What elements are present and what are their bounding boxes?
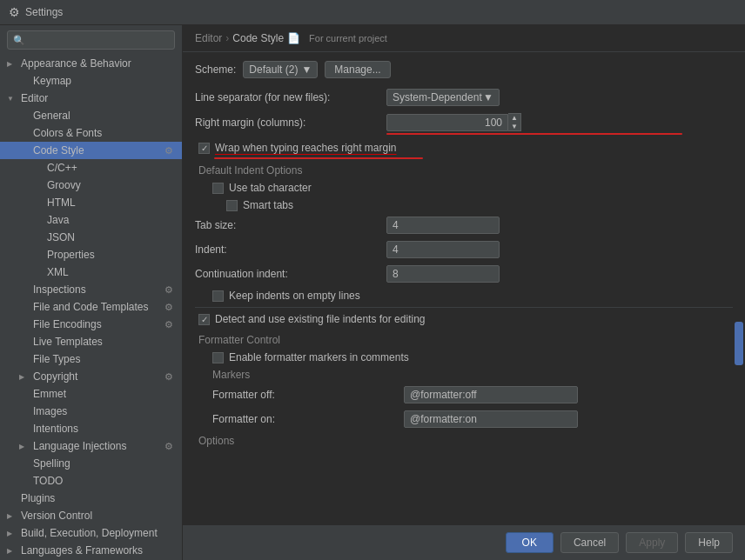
sidebar-item-live-templates[interactable]: Live Templates [0, 333, 182, 350]
sidebar-item-languages-frameworks[interactable]: ▶Languages & Frameworks [0, 542, 182, 559]
content-panel: Editor › Code Style 📄 For current projec… [183, 25, 745, 560]
right-margin-spinner[interactable]: ▲ ▼ [386, 113, 521, 131]
sidebar-item-label-todo: TODO [33, 475, 63, 487]
sidebar-item-label-general: General [33, 110, 70, 122]
sidebar-item-language-injections[interactable]: ▶Language Injections⚙ [0, 437, 182, 455]
search-input[interactable] [29, 34, 169, 46]
sidebar-item-images[interactable]: Images [0, 403, 182, 420]
sidebar-item-java[interactable]: Java [0, 211, 182, 229]
sidebar-item-xml[interactable]: XML [0, 263, 182, 281]
sidebar-item-label-intentions: Intentions [33, 423, 78, 435]
enable-formatter-row[interactable]: Enable formatter markers in comments [195, 351, 733, 363]
sidebar-item-todo[interactable]: TODO [0, 472, 182, 490]
formatter-off-label: Formatter off: [212, 389, 404, 401]
sidebar-item-file-encodings[interactable]: File Encodings⚙ [0, 316, 182, 333]
sidebar-item-keymap[interactable]: Keymap [0, 72, 182, 90]
formatter-control-title: Formatter Control [198, 334, 733, 346]
red-underline-annotation [386, 133, 682, 135]
line-separator-row: Line separator (for new files): System-D… [195, 89, 733, 106]
sidebar-item-label-images: Images [33, 405, 67, 417]
continuation-indent-input[interactable] [386, 265, 500, 283]
manage-button[interactable]: Manage... [325, 61, 390, 78]
wrap-red-underline [214, 157, 423, 159]
right-margin-input[interactable] [386, 114, 508, 131]
wrap-checkbox[interactable] [198, 143, 210, 154]
tree-arrow-build-exec-deploy: ▶ [7, 530, 17, 537]
continuation-indent-label: Continuation indent: [195, 268, 386, 280]
sidebar-item-c-cpp[interactable]: C/C++ [0, 159, 182, 177]
sidebar-item-groovy[interactable]: Groovy [0, 177, 182, 194]
apply-button[interactable]: Apply [626, 532, 678, 553]
smart-tabs-label: Smart tabs [243, 199, 293, 211]
sidebar-item-editor[interactable]: ▼Editor [0, 90, 182, 107]
sidebar-item-label-spelling: Spelling [33, 457, 70, 470]
breadcrumb-sep: › [225, 32, 229, 44]
detect-indents-row[interactable]: Detect and use existing file indents for… [195, 313, 733, 325]
sidebar-item-general[interactable]: General [0, 107, 182, 124]
line-sep-arrow: ▼ [483, 91, 493, 103]
sidebar-item-file-code-templates[interactable]: File and Code Templates⚙ [0, 298, 182, 316]
sidebar-item-intentions[interactable]: Intentions [0, 420, 182, 437]
breadcrumb: Editor › Code Style 📄 For current projec… [183, 25, 745, 52]
sidebar-item-label-languages-frameworks: Languages & Frameworks [21, 544, 143, 557]
sidebar-item-colors-fonts[interactable]: Colors & Fonts [0, 124, 182, 142]
sidebar-item-file-types[interactable]: File Types [0, 350, 182, 368]
sidebar-item-label-editor: Editor [21, 92, 48, 104]
wrap-checkbox-row[interactable]: Wrap when typing reaches right margin [195, 142, 733, 154]
sidebar-tree: ▶Appearance & BehaviorKeymap▼EditorGener… [0, 55, 182, 559]
sidebar-item-label-properties: Properties [47, 249, 95, 261]
spinner-buttons: ▲ ▼ [508, 113, 521, 131]
keep-indents-checkbox[interactable] [212, 290, 224, 302]
formatter-on-label: Formatter on: [212, 413, 404, 425]
detect-indents-label: Detect and use existing file indents for… [215, 313, 425, 325]
sidebar-item-code-style[interactable]: Code Style⚙ [0, 142, 182, 159]
scroll-indicator[interactable] [735, 322, 743, 365]
use-tab-row[interactable]: Use tab character [195, 182, 733, 194]
sidebar-item-copyright[interactable]: ▶Copyright⚙ [0, 368, 182, 385]
smart-tabs-checkbox[interactable] [226, 200, 238, 211]
sidebar-item-label-build-exec-deploy: Build, Execution, Deployment [21, 527, 158, 539]
tab-size-input[interactable] [386, 217, 500, 234]
sidebar-item-label-copyright: Copyright [33, 370, 77, 383]
use-tab-checkbox[interactable] [212, 183, 224, 194]
sidebar-item-label-json: JSON [47, 231, 75, 243]
spinner-down[interactable]: ▼ [508, 123, 520, 131]
sidebar-item-plugins[interactable]: Plugins [0, 490, 182, 507]
breadcrumb-code-style: Code Style [232, 32, 284, 44]
options-title: Options [198, 435, 733, 447]
sidebar-item-appearance[interactable]: ▶Appearance & Behavior [0, 55, 182, 72]
sidebar-item-version-control[interactable]: ▶Version Control [0, 507, 182, 524]
enable-formatter-checkbox[interactable] [212, 352, 224, 363]
sidebar-item-build-exec-deploy[interactable]: ▶Build, Execution, Deployment [0, 524, 182, 542]
formatter-on-input[interactable] [404, 410, 578, 428]
indent-input[interactable] [386, 241, 500, 258]
detect-indents-checkbox[interactable] [198, 314, 210, 325]
sidebar-item-properties[interactable]: Properties [0, 246, 182, 263]
scheme-dropdown-arrow: ▼ [301, 63, 312, 76]
keep-indents-row[interactable]: Keep indents on empty lines [195, 290, 733, 302]
sidebar-item-emmet[interactable]: Emmet [0, 385, 182, 403]
spinner-up[interactable]: ▲ [508, 114, 520, 123]
sidebar-item-label-inspections: Inspections [33, 283, 86, 296]
indent-row: Indent: [195, 241, 733, 258]
ok-button[interactable]: OK [506, 532, 554, 553]
tree-arrow-version-control: ▶ [7, 512, 17, 520]
settings-wrench-icon-copyright: ⚙ [163, 370, 175, 383]
tree-arrow-language-injections: ▶ [19, 443, 30, 450]
line-separator-dropdown[interactable]: System-Dependent ▼ [386, 89, 500, 106]
sidebar-item-inspections[interactable]: Inspections⚙ [0, 281, 182, 298]
line-separator-label: Line separator (for new files): [195, 91, 386, 103]
continuation-indent-row: Continuation indent: [195, 265, 733, 283]
scheme-dropdown[interactable]: Default (2) ▼ [243, 61, 318, 78]
sidebar-item-html[interactable]: HTML [0, 194, 182, 211]
default-indent-title: Default Indent Options [198, 164, 733, 177]
sidebar-item-json[interactable]: JSON [0, 229, 182, 246]
cancel-button[interactable]: Cancel [560, 532, 619, 553]
smart-tabs-row[interactable]: Smart tabs [195, 199, 733, 211]
sidebar-item-label-groovy: Groovy [47, 179, 81, 191]
search-box[interactable]: 🔍 [7, 30, 175, 50]
sidebar-item-label-live-templates: Live Templates [33, 336, 103, 348]
help-button[interactable]: Help [685, 532, 733, 553]
formatter-off-input[interactable] [404, 386, 578, 403]
sidebar-item-spelling[interactable]: Spelling [0, 455, 182, 472]
